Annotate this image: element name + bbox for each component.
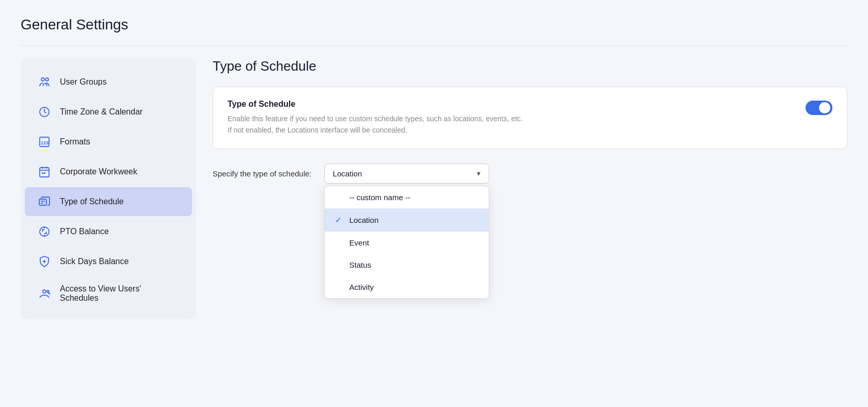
chevron-down-icon: ▾ xyxy=(477,169,480,177)
dropdown-selected-value: Location xyxy=(333,169,362,178)
dropdown-option-activity[interactable]: Activity xyxy=(325,276,489,298)
sidebar-item-label: Formats xyxy=(60,137,90,146)
users-icon xyxy=(37,75,52,89)
check-location: ✓ xyxy=(335,215,344,225)
sidebar-item-label: PTO Balance xyxy=(60,227,109,236)
sidebar-item-type-of-schedule[interactable]: Type of Schedule xyxy=(25,187,192,216)
sidebar-item-pto-balance[interactable]: PTO Balance xyxy=(25,217,192,246)
card-title: Type of Schedule xyxy=(228,100,523,109)
section-title: Type of Schedule xyxy=(213,58,847,74)
dropdown-option-label: Activity xyxy=(349,283,374,291)
dropdown-option-event[interactable]: Event xyxy=(325,232,489,254)
sidebar-item-access-view[interactable]: Access to View Users' Schedules xyxy=(25,277,192,310)
page-divider xyxy=(21,45,847,46)
card-desc-line2: If not enabled, the Locations interface … xyxy=(228,124,523,136)
sidebar: User Groups Time Zone & Calendar 123 xyxy=(21,58,196,319)
schedule-type-dropdown[interactable]: Location ▾ -- custom name -- ✓ Location xyxy=(324,164,489,184)
sick-icon xyxy=(37,254,52,269)
dropdown-option-label: Event xyxy=(349,238,369,247)
sidebar-item-sick-days-balance[interactable]: Sick Days Balance xyxy=(25,247,192,276)
svg-point-19 xyxy=(43,290,46,293)
dropdown-option-label: Location xyxy=(349,216,379,224)
dropdown-option-status[interactable]: Status xyxy=(325,254,489,276)
schedule-icon xyxy=(37,194,52,209)
sidebar-item-user-groups[interactable]: User Groups xyxy=(25,68,192,96)
svg-text:123: 123 xyxy=(41,140,49,145)
dropdown-option-label: -- custom name -- xyxy=(349,193,410,202)
main-layout: User Groups Time Zone & Calendar 123 xyxy=(21,58,847,319)
sidebar-item-label: Time Zone & Calendar xyxy=(60,107,142,117)
dropdown-selected[interactable]: Location ▾ xyxy=(324,164,489,184)
access-icon xyxy=(37,286,52,301)
sidebar-item-label: User Groups xyxy=(60,77,107,87)
card-text: Type of Schedule Enable this feature if … xyxy=(228,100,523,136)
sidebar-item-formats[interactable]: 123 Formats xyxy=(25,127,192,156)
page-title: General Settings xyxy=(21,17,847,33)
card-desc-line1: Enable this feature if you need to use c… xyxy=(228,113,523,124)
content-area: Type of Schedule Type of Schedule Enable… xyxy=(213,58,847,188)
svg-rect-11 xyxy=(39,199,46,205)
sidebar-item-label: Type of Schedule xyxy=(60,197,124,206)
sidebar-item-time-zone[interactable]: Time Zone & Calendar xyxy=(25,97,192,126)
page-wrapper: General Settings User Groups xyxy=(0,0,868,336)
svg-rect-10 xyxy=(44,172,45,174)
toggle-slider xyxy=(806,101,832,115)
formats-icon: 123 xyxy=(37,135,52,149)
svg-point-0 xyxy=(41,78,44,81)
svg-rect-9 xyxy=(42,172,43,174)
sidebar-item-label: Access to View Users' Schedules xyxy=(60,284,180,303)
type-of-schedule-card: Type of Schedule Enable this feature if … xyxy=(213,87,847,149)
svg-point-20 xyxy=(47,290,49,292)
type-of-schedule-toggle[interactable] xyxy=(806,101,832,115)
dropdown-option-label: Status xyxy=(349,261,372,269)
specify-label: Specify the type of schedule: xyxy=(213,169,312,178)
pto-icon xyxy=(37,224,52,239)
specify-row: Specify the type of schedule: Location ▾… xyxy=(213,164,847,184)
calendar-icon xyxy=(37,165,52,179)
dropdown-option-custom[interactable]: -- custom name -- xyxy=(325,186,489,208)
sidebar-item-label: Sick Days Balance xyxy=(60,257,128,266)
svg-point-1 xyxy=(45,78,49,81)
dropdown-menu: -- custom name -- ✓ Location Event S xyxy=(324,186,489,299)
sidebar-item-corporate-workweek[interactable]: Corporate Workweek xyxy=(25,157,192,186)
dropdown-option-location[interactable]: ✓ Location xyxy=(325,208,489,232)
clock-icon xyxy=(37,105,52,119)
sidebar-item-label: Corporate Workweek xyxy=(60,167,137,176)
